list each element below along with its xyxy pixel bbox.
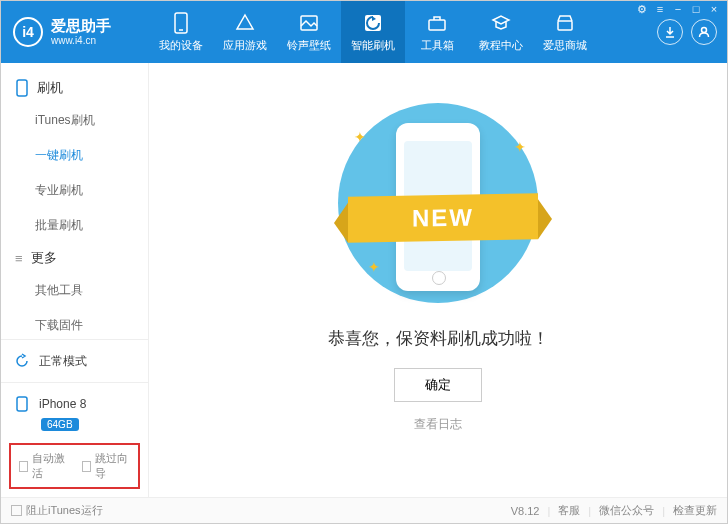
- window-controls: ⚙ ≡ − □ ×: [631, 1, 725, 17]
- nav-tutorials[interactable]: 教程中心: [469, 1, 533, 63]
- nav-label: 铃声壁纸: [287, 38, 331, 53]
- device-row[interactable]: iPhone 8: [13, 391, 136, 417]
- sidebar-scroll: 刷机 iTunes刷机 一键刷机 专业刷机 批量刷机 ≡ 更多 其他工具 下载固…: [1, 63, 148, 339]
- svg-rect-7: [17, 80, 27, 96]
- sidebar-items-flash: iTunes刷机 一键刷机 专业刷机 批量刷机: [1, 103, 148, 243]
- nav-my-device[interactable]: 我的设备: [149, 1, 213, 63]
- wallpaper-icon: [298, 12, 320, 34]
- logo-icon: i4: [13, 17, 43, 47]
- sparkle-icon: ✦: [514, 139, 526, 155]
- checkbox-icon: [19, 461, 28, 472]
- checkbox-skip-guide[interactable]: 跳过向导: [82, 451, 131, 481]
- menu-lines-icon: ≡: [15, 251, 23, 266]
- nav-label: 工具箱: [421, 38, 454, 53]
- brand-title: 爱思助手: [51, 17, 111, 35]
- svg-point-6: [702, 28, 707, 33]
- sidebar-device-block: iPhone 8 64GB: [1, 382, 148, 439]
- main-panel: ✦ ✦ ✦ NEW 恭喜您，保资料刷机成功啦！ 确定 查看日志: [149, 63, 727, 497]
- success-message: 恭喜您，保资料刷机成功啦！: [328, 327, 549, 350]
- sidebar-item-pro-flash[interactable]: 专业刷机: [1, 173, 148, 208]
- separator: |: [547, 505, 550, 517]
- header: i4 爱思助手 www.i4.cn 我的设备 应用游戏 铃声壁纸 智能刷机: [1, 1, 727, 63]
- checkbox-auto-activate[interactable]: 自动激活: [19, 451, 68, 481]
- nav-toolbox[interactable]: 工具箱: [405, 1, 469, 63]
- mode-label: 正常模式: [39, 353, 87, 370]
- sidebar-checks-highlight: 自动激活 跳过向导: [9, 443, 140, 489]
- nav-store[interactable]: 爱思商城: [533, 1, 597, 63]
- footer-link-update[interactable]: 检查更新: [673, 503, 717, 518]
- flash-icon: [362, 12, 384, 34]
- checkbox-icon: [11, 505, 22, 516]
- device-label: iPhone 8: [39, 397, 86, 411]
- nav-label: 智能刷机: [351, 38, 395, 53]
- svg-rect-8: [17, 397, 27, 411]
- footer-link-wechat[interactable]: 微信公众号: [599, 503, 654, 518]
- svg-rect-5: [558, 21, 572, 30]
- footer: 阻止iTunes运行 V8.12 | 客服 | 微信公众号 | 检查更新: [1, 497, 727, 523]
- nav-apps-games[interactable]: 应用游戏: [213, 1, 277, 63]
- checkbox-block-itunes[interactable]: 阻止iTunes运行: [11, 503, 103, 518]
- sidebar-cat-more[interactable]: ≡ 更多: [1, 243, 148, 273]
- brand-subtitle: www.i4.cn: [51, 35, 111, 47]
- menu-icon[interactable]: ≡: [653, 2, 667, 16]
- nav-ringtones[interactable]: 铃声壁纸: [277, 1, 341, 63]
- svg-rect-4: [429, 20, 445, 30]
- sidebar-cat-label: 更多: [31, 249, 57, 267]
- sidebar-item-itunes-flash[interactable]: iTunes刷机: [1, 103, 148, 138]
- sidebar-item-onekey-flash[interactable]: 一键刷机: [1, 138, 148, 173]
- store-icon: [554, 12, 576, 34]
- sidebar-items-more: 其他工具 下载固件 高级功能: [1, 273, 148, 339]
- phone-icon: [170, 12, 192, 34]
- apps-icon: [234, 12, 256, 34]
- checkbox-label: 自动激活: [32, 451, 67, 481]
- nav-label: 教程中心: [479, 38, 523, 53]
- sparkle-icon: ✦: [368, 259, 380, 275]
- view-log-link[interactable]: 查看日志: [414, 416, 462, 433]
- logo-text: 爱思助手 www.i4.cn: [51, 17, 111, 47]
- sidebar-item-other-tools[interactable]: 其他工具: [1, 273, 148, 308]
- version-label: V8.12: [511, 505, 540, 517]
- mode-row[interactable]: 正常模式: [13, 348, 136, 374]
- new-ribbon: NEW: [348, 193, 538, 242]
- sidebar: 刷机 iTunes刷机 一键刷机 专业刷机 批量刷机 ≡ 更多 其他工具 下载固…: [1, 63, 149, 497]
- separator: |: [588, 505, 591, 517]
- device-phone-icon: [13, 395, 31, 413]
- storage-badge: 64GB: [41, 418, 79, 431]
- toolbox-icon: [426, 12, 448, 34]
- nav-flash[interactable]: 智能刷机: [341, 1, 405, 63]
- ribbon-text: NEW: [412, 203, 474, 232]
- footer-link-service[interactable]: 客服: [558, 503, 580, 518]
- minimize-icon[interactable]: −: [671, 2, 685, 16]
- nav-label: 我的设备: [159, 38, 203, 53]
- sparkle-icon: ✦: [354, 129, 366, 145]
- sidebar-item-download-firmware[interactable]: 下载固件: [1, 308, 148, 339]
- close-icon[interactable]: ×: [707, 2, 721, 16]
- settings-icon[interactable]: ⚙: [635, 2, 649, 16]
- device-storage-row: 64GB: [13, 417, 136, 431]
- checkbox-label: 跳过向导: [95, 451, 130, 481]
- footer-right: V8.12 | 客服 | 微信公众号 | 检查更新: [511, 503, 717, 518]
- nav-label: 应用游戏: [223, 38, 267, 53]
- top-nav: 我的设备 应用游戏 铃声壁纸 智能刷机 工具箱 教程中心: [149, 1, 657, 63]
- tutorial-icon: [490, 12, 512, 34]
- separator: |: [662, 505, 665, 517]
- user-button[interactable]: [691, 19, 717, 45]
- refresh-icon: [13, 352, 31, 370]
- app-window: i4 爱思助手 www.i4.cn 我的设备 应用游戏 铃声壁纸 智能刷机: [0, 0, 728, 524]
- checkbox-label: 阻止iTunes运行: [26, 503, 103, 518]
- checkbox-icon: [82, 461, 91, 472]
- sidebar-item-batch-flash[interactable]: 批量刷机: [1, 208, 148, 243]
- download-button[interactable]: [657, 19, 683, 45]
- phone-outline-icon: [15, 79, 29, 97]
- success-illustration: ✦ ✦ ✦ NEW: [328, 103, 548, 303]
- logo-area: i4 爱思助手 www.i4.cn: [1, 1, 149, 63]
- sidebar-cat-label: 刷机: [37, 79, 63, 97]
- maximize-icon[interactable]: □: [689, 2, 703, 16]
- nav-label: 爱思商城: [543, 38, 587, 53]
- sidebar-mode-block: 正常模式: [1, 339, 148, 382]
- ok-button[interactable]: 确定: [394, 368, 482, 402]
- body: 刷机 iTunes刷机 一键刷机 专业刷机 批量刷机 ≡ 更多 其他工具 下载固…: [1, 63, 727, 497]
- sidebar-cat-flash[interactable]: 刷机: [1, 73, 148, 103]
